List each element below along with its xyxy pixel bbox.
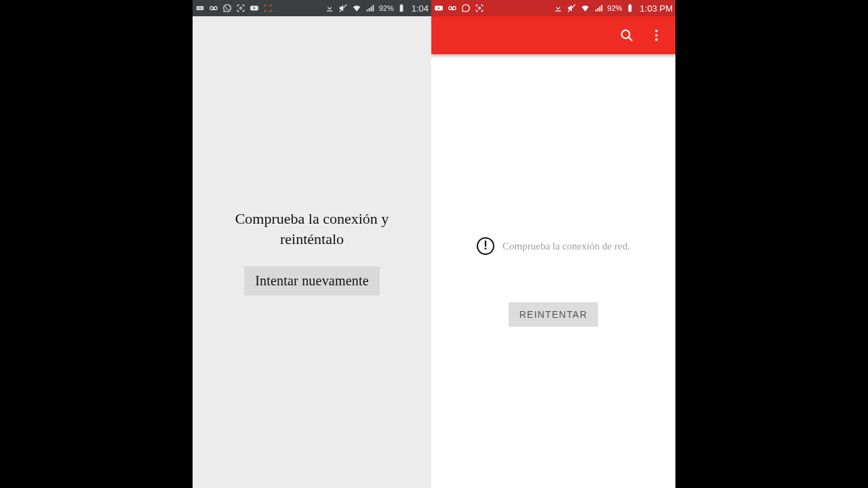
signal-icon: [366, 3, 375, 13]
svg-rect-10: [399, 5, 403, 12]
youtube-action-bar: [431, 16, 675, 54]
youtube-icon: [250, 3, 259, 13]
retry-button[interactable]: Intentar nuevamente: [244, 266, 380, 296]
download-icon: [553, 3, 563, 13]
screenshot-icon: [236, 3, 245, 13]
svg-point-22: [655, 30, 658, 33]
screenshot-alt-icon: [263, 3, 273, 13]
wifi-icon: [580, 3, 590, 13]
youtube-error-screen: ! Comprueba la conexión de red. REINTENT…: [431, 54, 675, 488]
svg-point-1: [198, 7, 199, 9]
svg-point-24: [655, 39, 658, 41]
status-bar-left-icons: [434, 3, 484, 13]
svg-point-2: [199, 7, 201, 9]
search-button[interactable]: [612, 20, 642, 50]
phone-right: 92% 1:03 PM ! Comprueba la conexión de r…: [431, 0, 675, 488]
svg-rect-11: [401, 4, 402, 5]
retry-button[interactable]: REINTENTAR: [509, 302, 598, 327]
whatsapp-icon: [222, 3, 232, 13]
svg-point-16: [479, 7, 481, 9]
clock: 1:04: [412, 3, 429, 14]
status-bar-left-icons: [195, 3, 273, 13]
wifi-icon: [352, 3, 361, 13]
svg-rect-18: [628, 5, 631, 12]
youtube-icon: [434, 3, 443, 13]
svg-point-3: [201, 7, 203, 9]
battery-percentage: 92%: [379, 4, 394, 12]
battery-percentage: 92%: [608, 4, 623, 12]
voicemail-icon: [209, 3, 218, 13]
whatsapp-icon: [461, 3, 471, 13]
clock: 1:03 PM: [640, 3, 673, 14]
battery-icon: [625, 3, 635, 13]
more-icon: [195, 3, 205, 13]
screenshot-stage: 92% 1:04 Comprueba la conexión y reintén…: [0, 0, 868, 488]
svg-point-7: [240, 7, 242, 9]
download-icon: [325, 3, 334, 13]
screenshot-icon: [475, 3, 484, 13]
status-bar: 92% 1:04: [193, 0, 431, 16]
mute-icon: [567, 3, 576, 13]
error-row: ! Comprueba la conexión de red.: [477, 237, 630, 255]
svg-point-13: [449, 7, 452, 10]
svg-line-21: [629, 37, 632, 41]
battery-icon: [397, 3, 406, 13]
svg-point-5: [214, 7, 218, 10]
status-bar-right-icons: 92% 1:04: [325, 3, 429, 14]
play-store-error-screen: Comprueba la conexión y reinténtalo Inte…: [193, 16, 431, 488]
signal-icon: [594, 3, 604, 13]
svg-point-4: [210, 7, 214, 10]
overflow-menu-button[interactable]: [642, 20, 671, 50]
status-bar: 92% 1:03 PM: [431, 0, 675, 16]
alert-icon: !: [477, 237, 494, 255]
phone-left: 92% 1:04 Comprueba la conexión y reintén…: [193, 0, 431, 488]
svg-point-20: [622, 30, 630, 39]
mute-icon: [338, 3, 348, 13]
svg-point-23: [655, 34, 658, 37]
svg-rect-19: [629, 4, 630, 5]
status-bar-right-icons: 92% 1:03 PM: [553, 3, 673, 14]
error-message: Comprueba la conexión de red.: [502, 241, 630, 252]
svg-point-14: [453, 7, 456, 10]
error-message: Comprueba la conexión y reinténtalo: [209, 209, 415, 249]
voicemail-icon: [448, 3, 457, 13]
